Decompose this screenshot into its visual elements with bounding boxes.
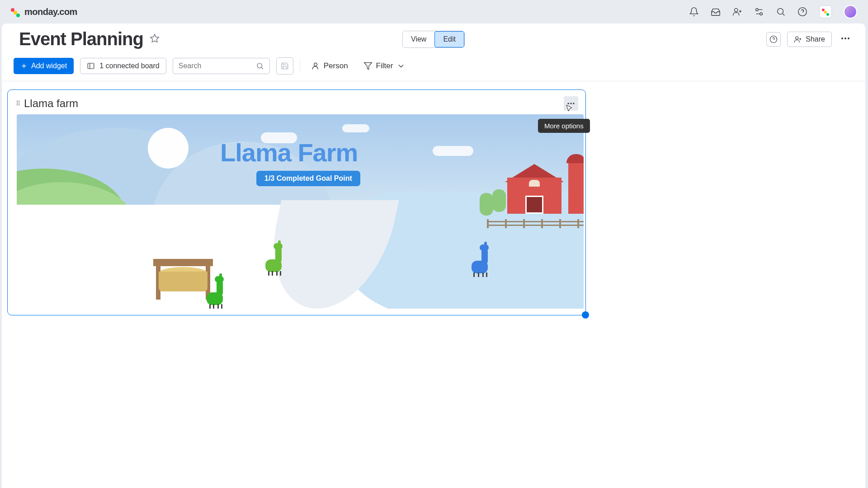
person-label: Person [324, 61, 348, 70]
goal-badge: 1/3 Completed Goal Point [256, 171, 360, 186]
filter-icon [363, 61, 373, 70]
farm-heading: Llama Farm [220, 138, 358, 167]
header-more-button[interactable] [838, 31, 853, 47]
resize-handle[interactable] [582, 311, 589, 319]
apps-icon[interactable] [754, 7, 764, 17]
svg-point-11 [314, 63, 317, 66]
search-icon[interactable] [776, 7, 786, 17]
person-icon [311, 61, 320, 70]
llama-farm-widget: ⠿ Llama farm [7, 89, 586, 315]
connected-boards-button[interactable]: 1 connected board [80, 58, 166, 74]
svg-point-2 [798, 8, 807, 16]
share-icon [794, 35, 802, 43]
page-header: Event Planning View Edit Share [2, 23, 865, 54]
chevron-down-icon [396, 61, 406, 70]
widget-header: ⠿ Llama farm [8, 90, 585, 114]
stable-icon [156, 259, 210, 300]
more-options-tooltip: More options [538, 119, 590, 133]
widget-body: Llama Farm 1/3 Completed Goal Point [8, 114, 585, 315]
svg-point-7 [844, 38, 846, 39]
llama-icon [207, 277, 226, 309]
farm-scene: Llama Farm 1/3 Completed Goal Point [17, 114, 584, 309]
svg-marker-3 [151, 34, 159, 42]
logo[interactable]: monday.com [11, 6, 77, 17]
save-layout-button[interactable] [276, 57, 293, 75]
search-box[interactable] [173, 58, 270, 74]
avatar[interactable] [844, 5, 857, 19]
cursor-icon [565, 104, 573, 113]
help-circle-icon [769, 35, 778, 43]
svg-rect-9 [88, 63, 94, 69]
brand-name: monday.com [24, 7, 77, 17]
header-help-button[interactable] [766, 32, 781, 47]
toolbar: Add widget 1 connected board Person Filt… [2, 54, 865, 81]
svg-point-1 [778, 9, 783, 14]
page-title: Event Planning [19, 29, 143, 49]
person-filter-button[interactable]: Person [307, 59, 353, 73]
main: Event Planning View Edit Share Add widge… [2, 23, 865, 488]
header-right: Share [766, 31, 853, 47]
dashboard-canvas: ⠿ Llama farm [2, 81, 865, 324]
product-switcher-icon[interactable] [819, 5, 832, 18]
logo-mark-icon [11, 6, 22, 17]
favorite-button[interactable] [150, 33, 160, 45]
svg-point-8 [848, 38, 849, 39]
share-button[interactable]: Share [787, 32, 832, 47]
filter-button[interactable]: Filter [359, 59, 410, 73]
edit-button[interactable]: Edit [434, 31, 464, 47]
view-edit-toggle: View Edit [402, 31, 465, 48]
svg-marker-12 [364, 63, 372, 70]
fence-icon [487, 219, 584, 228]
connected-boards-label: 1 connected board [99, 62, 160, 70]
invite-icon[interactable] [732, 7, 742, 17]
divider [300, 59, 300, 73]
svg-point-10 [257, 63, 262, 68]
barn-icon [507, 164, 566, 214]
view-button[interactable]: View [403, 31, 434, 47]
add-widget-label: Add widget [31, 62, 67, 70]
inbox-icon[interactable] [711, 7, 721, 17]
llama-icon [265, 244, 285, 276]
topnav-icons [689, 5, 857, 19]
dots-icon [840, 33, 851, 44]
board-icon [87, 62, 95, 70]
help-icon[interactable] [797, 7, 807, 17]
svg-point-4 [770, 36, 777, 42]
add-widget-button[interactable]: Add widget [14, 58, 74, 74]
widget-title: Llama farm [24, 97, 78, 110]
drag-handle-icon[interactable]: ⠿ [16, 100, 20, 107]
search-input[interactable] [179, 62, 224, 70]
svg-point-0 [735, 9, 738, 12]
svg-point-6 [841, 38, 843, 39]
share-label: Share [806, 35, 825, 43]
bell-icon[interactable] [689, 7, 699, 17]
save-icon [281, 62, 289, 70]
filter-label: Filter [376, 61, 393, 70]
star-icon [150, 33, 160, 43]
search-small-icon [256, 62, 264, 70]
svg-point-5 [796, 37, 798, 39]
llama-icon [472, 245, 491, 277]
plus-icon [20, 62, 28, 70]
top-nav: monday.com [0, 0, 868, 23]
